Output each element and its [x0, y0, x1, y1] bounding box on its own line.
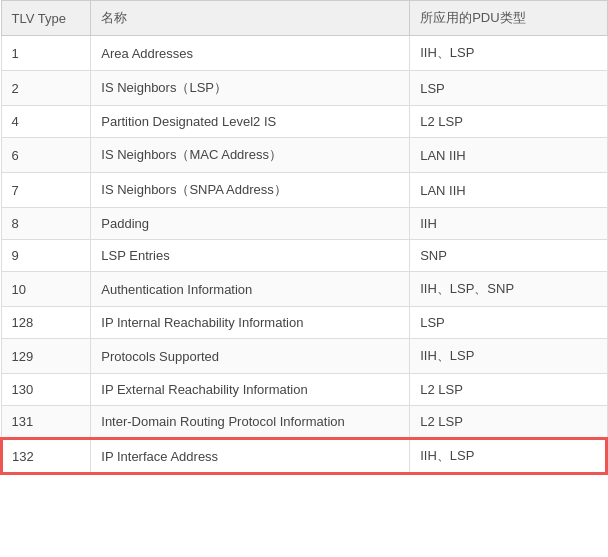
- table-row: 131Inter-Domain Routing Protocol Informa…: [1, 406, 607, 439]
- cell-tlv: 8: [1, 208, 91, 240]
- cell-pdu: IIH: [410, 208, 607, 240]
- header-pdu: 所应用的PDU类型: [410, 1, 607, 36]
- cell-name: IS Neighbors（MAC Address）: [91, 138, 410, 173]
- cell-pdu: LSP: [410, 307, 607, 339]
- cell-pdu: LSP: [410, 71, 607, 106]
- table-row: 6IS Neighbors（MAC Address）LAN IIH: [1, 138, 607, 173]
- cell-tlv: 9: [1, 240, 91, 272]
- table-row: 129Protocols SupportedIIH、LSP: [1, 339, 607, 374]
- cell-name: Padding: [91, 208, 410, 240]
- table-row: 4Partition Designated Level2 ISL2 LSP: [1, 106, 607, 138]
- cell-name: IS Neighbors（SNPA Address）: [91, 173, 410, 208]
- cell-name: IS Neighbors（LSP）: [91, 71, 410, 106]
- cell-tlv: 130: [1, 374, 91, 406]
- cell-pdu: IIH、LSP: [410, 339, 607, 374]
- cell-name: IP Internal Reachability Information: [91, 307, 410, 339]
- cell-tlv: 128: [1, 307, 91, 339]
- cell-pdu: L2 LSP: [410, 374, 607, 406]
- cell-tlv: 4: [1, 106, 91, 138]
- cell-pdu: LAN IIH: [410, 173, 607, 208]
- table-body: 1Area AddressesIIH、LSP2IS Neighbors（LSP）…: [1, 36, 607, 475]
- cell-tlv: 132: [1, 438, 91, 474]
- tlv-table-container: TLV Type 名称 所应用的PDU类型 1Area AddressesIIH…: [0, 0, 608, 475]
- cell-pdu: IIH、LSP: [410, 438, 607, 474]
- cell-tlv: 10: [1, 272, 91, 307]
- table-row: 2IS Neighbors（LSP）LSP: [1, 71, 607, 106]
- table-row: 9LSP EntriesSNP: [1, 240, 607, 272]
- cell-name: Protocols Supported: [91, 339, 410, 374]
- table-row: 10Authentication InformationIIH、LSP、SNP: [1, 272, 607, 307]
- header-tlv-type: TLV Type: [1, 1, 91, 36]
- table-row: 130IP External Reachability InformationL…: [1, 374, 607, 406]
- cell-name: IP External Reachability Information: [91, 374, 410, 406]
- table-row: 132IP Interface AddressIIH、LSP: [1, 438, 607, 474]
- cell-tlv: 7: [1, 173, 91, 208]
- cell-pdu: LAN IIH: [410, 138, 607, 173]
- header-name: 名称: [91, 1, 410, 36]
- cell-tlv: 2: [1, 71, 91, 106]
- table-row: 7IS Neighbors（SNPA Address）LAN IIH: [1, 173, 607, 208]
- tlv-table: TLV Type 名称 所应用的PDU类型 1Area AddressesIIH…: [0, 0, 608, 475]
- cell-pdu: L2 LSP: [410, 106, 607, 138]
- cell-name: LSP Entries: [91, 240, 410, 272]
- cell-name: Inter-Domain Routing Protocol Informatio…: [91, 406, 410, 439]
- cell-tlv: 6: [1, 138, 91, 173]
- cell-tlv: 129: [1, 339, 91, 374]
- table-header-row: TLV Type 名称 所应用的PDU类型: [1, 1, 607, 36]
- cell-tlv: 1: [1, 36, 91, 71]
- cell-pdu: L2 LSP: [410, 406, 607, 439]
- cell-pdu: SNP: [410, 240, 607, 272]
- cell-name: Area Addresses: [91, 36, 410, 71]
- cell-name: Authentication Information: [91, 272, 410, 307]
- cell-pdu: IIH、LSP、SNP: [410, 272, 607, 307]
- table-row: 128IP Internal Reachability InformationL…: [1, 307, 607, 339]
- cell-pdu: IIH、LSP: [410, 36, 607, 71]
- cell-name: Partition Designated Level2 IS: [91, 106, 410, 138]
- table-row: 1Area AddressesIIH、LSP: [1, 36, 607, 71]
- table-row: 8PaddingIIH: [1, 208, 607, 240]
- cell-tlv: 131: [1, 406, 91, 439]
- cell-name: IP Interface Address: [91, 438, 410, 474]
